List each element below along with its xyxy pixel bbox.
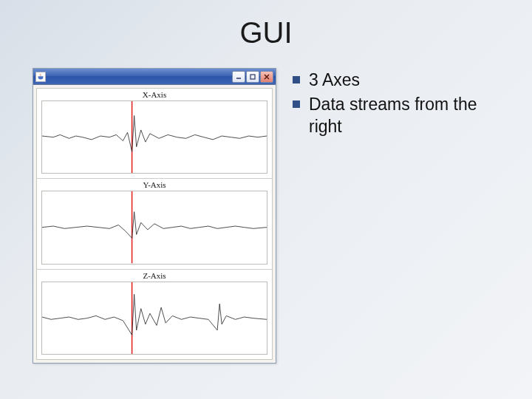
- chart-title: Y-Axis: [37, 180, 272, 189]
- chart-y-axis: Y-Axis: [37, 179, 272, 269]
- svg-rect-1: [250, 75, 255, 79]
- close-button[interactable]: [260, 71, 273, 83]
- chart-x-axis: X-Axis: [37, 89, 272, 179]
- chart-title: X-Axis: [37, 90, 272, 99]
- chart-title: Z-Axis: [37, 271, 272, 280]
- bullet-list: 3 Axes Data streams from the right: [293, 69, 514, 140]
- chart-plot-area: [41, 282, 267, 355]
- java-app-window: X-Axis Y-Axis Z-Axis: [33, 68, 276, 364]
- chart-plot-area: [41, 191, 267, 264]
- bullet-item: Data streams from the right: [293, 94, 514, 137]
- maximize-button[interactable]: [246, 71, 259, 83]
- chart-z-axis: Z-Axis: [37, 270, 272, 359]
- window-titlebar: [33, 69, 276, 85]
- window-controls: [232, 71, 273, 83]
- charts-panel: X-Axis Y-Axis Z-Axis: [36, 88, 273, 360]
- java-cup-icon: [35, 72, 46, 82]
- bullet-item: 3 Axes: [293, 69, 514, 91]
- slide-title: GUI: [0, 16, 532, 50]
- chart-plot-area: [41, 100, 267, 174]
- minimize-button[interactable]: [232, 71, 245, 83]
- window-client-area: X-Axis Y-Axis Z-Axis: [33, 85, 276, 363]
